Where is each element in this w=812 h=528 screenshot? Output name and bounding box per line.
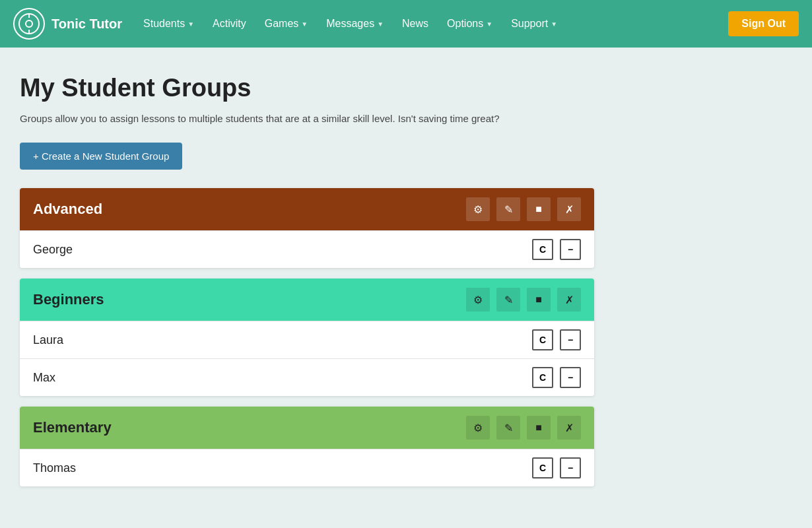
- nav-messages[interactable]: Messages ▼: [318, 13, 391, 35]
- nav-support[interactable]: Support ▼: [503, 13, 565, 35]
- group-settings-button-beginners[interactable]: ⚙: [466, 288, 490, 312]
- student-row-thomas: Thomas C −: [20, 449, 594, 486]
- group-settings-button-advanced[interactable]: ⚙: [466, 197, 490, 221]
- sign-out-button[interactable]: Sign Out: [728, 11, 799, 36]
- page-description: Groups allow you to assign lessons to mu…: [20, 113, 588, 124]
- nav-items: Students ▼ Activity Games ▼ Messages ▼ N…: [135, 13, 728, 35]
- student-c-button-max[interactable]: C: [532, 367, 553, 388]
- student-name-thomas: Thomas: [33, 461, 525, 475]
- student-c-button-laura[interactable]: C: [532, 329, 553, 350]
- student-name-laura: Laura: [33, 333, 525, 347]
- navbar-right: Sign Out: [728, 11, 799, 36]
- chevron-down-icon: ▼: [486, 20, 492, 28]
- group-name-advanced: Advanced: [33, 201, 459, 218]
- group-beginners: Beginners ⚙ ✎ ■ ✗ Laura C − Max C −: [20, 279, 594, 396]
- group-edit-button-elementary[interactable]: ✎: [496, 416, 520, 440]
- navbar: Tonic Tutor Students ▼ Activity Games ▼ …: [0, 0, 812, 48]
- student-row-max: Max C −: [20, 358, 594, 396]
- group-settings-button-elementary[interactable]: ⚙: [466, 416, 490, 440]
- nav-games[interactable]: Games ▼: [257, 13, 316, 35]
- student-c-button-george[interactable]: C: [532, 239, 553, 260]
- student-name-george: George: [33, 243, 525, 257]
- student-c-button-thomas[interactable]: C: [532, 457, 553, 478]
- nav-students[interactable]: Students ▼: [135, 13, 202, 35]
- group-edit-button-beginners[interactable]: ✎: [496, 288, 520, 312]
- group-message-button-advanced[interactable]: ■: [527, 197, 551, 221]
- nav-news[interactable]: News: [394, 13, 436, 35]
- nav-activity[interactable]: Activity: [205, 13, 254, 35]
- group-message-button-elementary[interactable]: ■: [527, 416, 551, 440]
- group-edit-button-advanced[interactable]: ✎: [496, 197, 520, 221]
- groups-container: Advanced ⚙ ✎ ■ ✗ George C − Beginners ⚙ …: [20, 188, 588, 486]
- student-remove-button-max[interactable]: −: [560, 367, 581, 388]
- student-remove-button-laura[interactable]: −: [560, 329, 581, 350]
- student-row-laura: Laura C −: [20, 321, 594, 358]
- main-content: My Student Groups Groups allow you to as…: [0, 48, 607, 523]
- student-row-george: George C −: [20, 230, 594, 268]
- group-delete-button-elementary[interactable]: ✗: [557, 416, 581, 440]
- student-remove-button-george[interactable]: −: [560, 239, 581, 260]
- create-new-group-button[interactable]: + Create a New Student Group: [20, 143, 182, 170]
- group-delete-button-beginners[interactable]: ✗: [557, 288, 581, 312]
- chevron-down-icon: ▼: [301, 20, 308, 28]
- group-advanced: Advanced ⚙ ✎ ■ ✗ George C −: [20, 188, 594, 268]
- chevron-down-icon: ▼: [187, 20, 194, 28]
- group-message-button-beginners[interactable]: ■: [527, 288, 551, 312]
- chevron-down-icon: ▼: [551, 20, 557, 28]
- group-header-advanced: Advanced ⚙ ✎ ■ ✗: [20, 188, 594, 230]
- group-elementary: Elementary ⚙ ✎ ■ ✗ Thomas C −: [20, 407, 594, 486]
- group-header-beginners: Beginners ⚙ ✎ ■ ✗: [20, 279, 594, 321]
- svg-point-1: [26, 20, 32, 27]
- student-name-max: Max: [33, 371, 525, 385]
- group-name-beginners: Beginners: [33, 291, 459, 308]
- group-delete-button-advanced[interactable]: ✗: [557, 197, 581, 221]
- chevron-down-icon: ▼: [377, 20, 384, 28]
- nav-options[interactable]: Options ▼: [439, 13, 500, 35]
- brand-name: Tonic Tutor: [51, 16, 122, 32]
- page-title: My Student Groups: [20, 74, 588, 102]
- brand: Tonic Tutor: [13, 8, 122, 40]
- logo-icon: [13, 8, 45, 40]
- group-header-elementary: Elementary ⚙ ✎ ■ ✗: [20, 407, 594, 449]
- student-remove-button-thomas[interactable]: −: [560, 457, 581, 478]
- group-name-elementary: Elementary: [33, 419, 459, 436]
